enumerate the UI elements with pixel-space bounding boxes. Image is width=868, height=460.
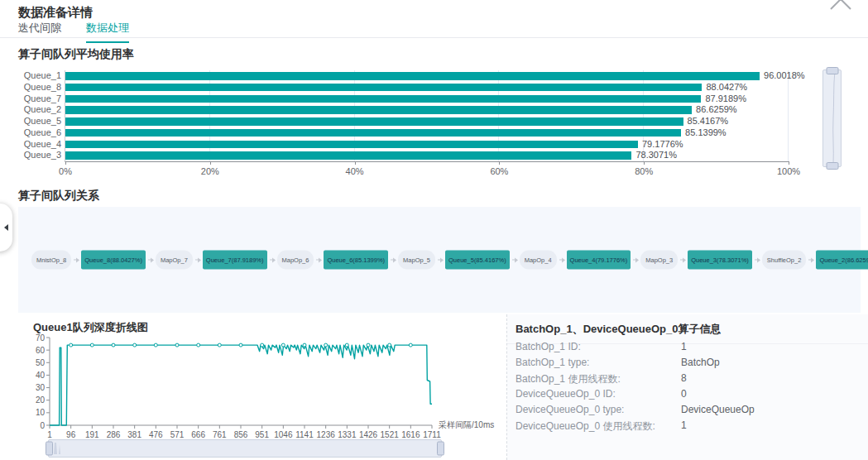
svg-text:286: 286: [107, 430, 121, 439]
flow-arrow-icon: [270, 260, 275, 261]
bar-plot-area: 96.0018%88.0427%87.9189%86.6259%85.4167%…: [65, 70, 789, 162]
svg-text:476: 476: [149, 430, 163, 439]
pipeline-node-mapop_7[interactable]: MapOp_7: [156, 251, 193, 270]
svg-text:30: 30: [36, 383, 46, 392]
svg-text:96: 96: [66, 430, 76, 439]
flow-arrow-icon: [195, 260, 200, 261]
x-axis-tick-label: 60%: [490, 166, 508, 176]
svg-text:10: 10: [36, 408, 46, 417]
flow-arrow-icon: [680, 260, 685, 261]
x-axis-tick: [210, 161, 211, 165]
x-axis-tick-label: 100%: [777, 166, 800, 176]
collapse-panel-handle[interactable]: [0, 204, 12, 252]
info-value: 8: [681, 372, 687, 384]
bar-value-label: 86.6259%: [696, 104, 737, 116]
bar-value-label: 87.9189%: [705, 93, 746, 105]
info-row: BatchOp_1 使用线程数:8: [507, 372, 868, 388]
bar-chart-zoom-slider[interactable]: [822, 69, 842, 167]
bar-value-label: 85.4167%: [688, 116, 729, 127]
x-axis-tick: [355, 161, 356, 165]
info-row: DeviceQueueOp_0 使用线程数:1: [507, 419, 868, 435]
pipeline-node-mnistop_8[interactable]: MnistOp_8: [31, 251, 71, 270]
usage-bar-queue_5[interactable]: [65, 117, 683, 126]
pipeline-node-mapop_5[interactable]: MapOp_5: [398, 251, 435, 270]
svg-text:50: 50: [36, 358, 46, 367]
x-axis-tick-label: 80%: [635, 166, 653, 176]
pipeline-node-mapop_3[interactable]: MapOp_3: [640, 251, 678, 270]
pipeline-node-shuffleop_2[interactable]: ShuffleOp_2: [762, 251, 807, 270]
bar-category-label: Queue_7: [18, 93, 61, 105]
info-row: DeviceQueueOp_0 ID:0: [507, 388, 868, 404]
pipeline-node-queue_4[interactable]: Queue_4(79.1776%): [567, 251, 631, 270]
usage-bar-queue_7[interactable]: [65, 95, 701, 103]
svg-text:571: 571: [170, 430, 185, 439]
bar-value-label: 78.3071%: [635, 150, 677, 161]
pipeline-node-queue_6[interactable]: Queue_6(85.1399%): [324, 251, 388, 270]
queue-depth-line-chart[interactable]: 0102030405060701961912863814765716667618…: [30, 333, 514, 443]
info-label: BatchOp_1 使用线程数:: [516, 372, 621, 386]
flow-arrow-icon: [808, 260, 813, 261]
bar-category-label: Queue_5: [18, 116, 61, 127]
queue-relation-section-title: 算子间队列关系: [18, 189, 99, 204]
pipeline-node-queue_2[interactable]: Queue_2(86.6259%): [816, 251, 868, 270]
zoom-slider-top-handle[interactable]: [826, 67, 838, 74]
usage-bar-queue_3[interactable]: [65, 151, 631, 160]
svg-text:采样间隔/10ms: 采样间隔/10ms: [439, 420, 494, 429]
chevron-up-icon[interactable]: [830, 0, 851, 13]
pipeline-node-queue_8[interactable]: Queue_8(88.0427%): [81, 251, 146, 270]
svg-text:70: 70: [36, 333, 46, 343]
usage-bar-queue_4[interactable]: [65, 141, 638, 149]
svg-text:1236: 1236: [317, 430, 336, 439]
flow-arrow-icon: [316, 260, 321, 261]
flow-arrow-icon: [438, 260, 443, 261]
x-axis-tick: [65, 161, 66, 165]
svg-text:1331: 1331: [338, 430, 357, 439]
bar-value-label: 85.1399%: [685, 127, 727, 139]
pipeline-node-mapop_6[interactable]: MapOp_6: [277, 251, 314, 270]
svg-text:856: 856: [234, 430, 248, 439]
svg-text:1046: 1046: [274, 430, 293, 439]
pipeline-node-mapop_4[interactable]: MapOp_4: [520, 251, 557, 270]
usage-bar-queue_2[interactable]: [65, 106, 692, 114]
page-title: 数据准备详情: [18, 5, 93, 21]
svg-text:951: 951: [255, 430, 269, 439]
flow-arrow-icon: [559, 260, 564, 261]
info-value: 1: [681, 419, 687, 431]
x-axis-tick-label: 20%: [201, 166, 219, 176]
usage-bar-queue_1[interactable]: [65, 72, 760, 80]
info-row: BatchOp_1 type:BatchOp: [507, 357, 868, 372]
svg-text:20: 20: [36, 395, 46, 405]
usage-bar-queue_6[interactable]: [65, 129, 681, 137]
depth-chart-zoom-slider[interactable]: [48, 439, 442, 458]
queue-usage-bar-chart: Queue_1Queue_8Queue_7Queue_2Queue_5Queue…: [18, 70, 788, 178]
tab-iteration-gap[interactable]: 迭代间隙: [18, 21, 61, 43]
flow-arrow-icon: [755, 260, 760, 261]
svg-text:666: 666: [191, 430, 205, 439]
svg-text:0: 0: [40, 421, 45, 430]
zoom-slider-right-handle[interactable]: [437, 442, 444, 456]
svg-text:1: 1: [47, 430, 52, 439]
bar-category-label: Queue_1: [18, 70, 61, 82]
zoom-slider-bottom-handle[interactable]: [826, 162, 838, 170]
pipeline-node-queue_7[interactable]: Queue_7(87.9189%): [203, 251, 267, 270]
pipeline-panel: MnistOp_8Queue_8(88.0427%)MapOp_7Queue_7…: [18, 207, 861, 313]
svg-text:40: 40: [36, 371, 46, 380]
tab-data-processing[interactable]: 数据处理: [86, 21, 129, 43]
x-axis-tick: [499, 161, 500, 165]
pipeline-node-queue_3[interactable]: Queue_3(78.3071%): [688, 251, 752, 270]
info-row: DeviceQueueOp_0 type:DeviceQueueOp: [507, 404, 868, 419]
zoom-slider-left-handle[interactable]: [46, 442, 53, 456]
tab-bar: 迭代间隙 数据处理: [18, 21, 129, 43]
info-label: DeviceQueueOp_0 ID:: [516, 388, 616, 400]
operator-info-title: BatchOp_1、DeviceQueueOp_0算子信息: [507, 314, 868, 344]
arrow-left-icon: [4, 224, 8, 231]
pipeline-graph: MnistOp_8Queue_8(88.0427%)MapOp_7Queue_7…: [31, 251, 851, 270]
zoom-slider-silhouette: [823, 70, 839, 165]
gridline: [788, 70, 789, 161]
svg-text:761: 761: [213, 430, 227, 439]
info-label: BatchOp_1 ID:: [516, 341, 581, 352]
pipeline-node-queue_5[interactable]: Queue_5(85.4167%): [445, 251, 510, 270]
usage-bar-queue_8[interactable]: [65, 84, 702, 92]
svg-text:1616: 1616: [401, 430, 420, 439]
flow-arrow-icon: [391, 260, 396, 261]
